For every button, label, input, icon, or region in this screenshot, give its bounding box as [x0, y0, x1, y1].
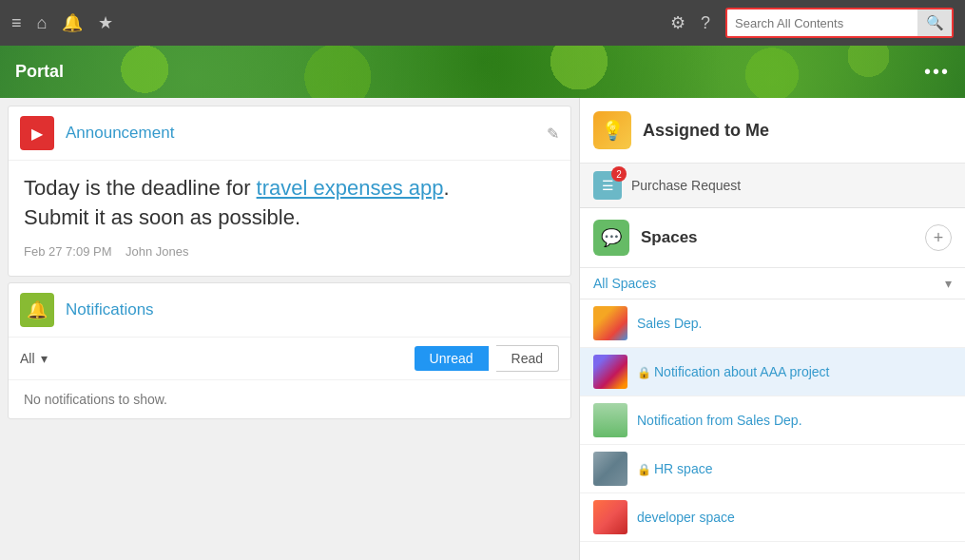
all-spaces-chevron-icon: ▾ — [945, 276, 952, 291]
lock-icon: 🔒 — [637, 463, 651, 476]
space-name: 🔒HR space — [637, 461, 712, 476]
space-item[interactable]: Notification from Sales Dep. — [580, 396, 965, 445]
space-item[interactable]: 🔒HR space — [580, 445, 965, 493]
announcement-icon — [20, 116, 54, 150]
portal-banner: Portal ••• — [0, 46, 965, 98]
announcement-date: Feb 27 7:09 PM — [24, 244, 112, 259]
bell-icon[interactable]: 🔔 — [62, 12, 83, 33]
space-item[interactable]: 🔒Notification about AAA project — [580, 348, 965, 396]
notifications-card: Notifications All ▾ Unread Read No notif… — [8, 282, 571, 419]
space-thumbnail — [593, 355, 627, 389]
space-thumbnail — [593, 403, 627, 437]
gear-icon[interactable]: ⚙ — [670, 12, 685, 33]
notifications-filter: All ▾ Unread Read — [9, 338, 570, 380]
purchase-icon-wrap: ☰ 2 — [593, 171, 622, 200]
star-icon[interactable]: ★ — [98, 12, 113, 33]
announcement-text: Today is the deadline for travel expense… — [24, 174, 555, 233]
home-icon[interactable]: ⌂ — [37, 13, 48, 33]
space-thumbnail — [593, 500, 627, 534]
left-panel: Announcement ✎ Today is the deadline for… — [0, 98, 580, 560]
announcement-body-prefix: Today is the deadline for — [24, 176, 257, 200]
space-thumbnail — [593, 452, 627, 486]
spaces-header: 💬 Spaces + — [580, 208, 965, 268]
announcement-body-suffix: Submit it as soon as possible. — [24, 205, 300, 229]
assigned-item-purchase[interactable]: ☰ 2 Purchase Request — [580, 163, 965, 207]
search-box: 🔍 — [725, 8, 954, 38]
portal-menu-dots[interactable]: ••• — [924, 61, 950, 83]
spaces-title: Spaces — [641, 228, 925, 247]
notifications-title: Notifications — [66, 300, 154, 319]
spaces-list: Sales Dep.🔒Notification about AAA projec… — [580, 299, 965, 542]
space-name: 🔒Notification about AAA project — [637, 364, 829, 379]
assigned-header: 💡 Assigned to Me — [580, 98, 965, 163]
assigned-section: 💡 Assigned to Me ☰ 2 Purchase Request — [580, 98, 965, 208]
right-panel: 💡 Assigned to Me ☰ 2 Purchase Request 💬 … — [580, 98, 965, 560]
read-button[interactable]: Read — [496, 345, 559, 372]
space-name: developer space — [637, 510, 735, 525]
unread-button[interactable]: Unread — [415, 346, 489, 371]
announcement-meta: Feb 27 7:09 PM John Jones — [24, 244, 555, 266]
announcement-link[interactable]: travel expenses app — [257, 176, 444, 200]
main-content: Announcement ✎ Today is the deadline for… — [0, 98, 965, 560]
filter-all-label: All — [20, 351, 35, 366]
announcement-title: Announcement — [66, 124, 547, 143]
topbar: ≡ ⌂ 🔔 ★ ⚙ ? 🔍 — [0, 0, 965, 46]
lock-icon: 🔒 — [637, 366, 651, 379]
notifications-header: Notifications — [9, 283, 570, 338]
bulb-icon: 💡 — [593, 111, 631, 149]
announcement-card: Announcement ✎ Today is the deadline for… — [8, 106, 571, 277]
notifications-icon — [20, 293, 54, 327]
space-name: Notification from Sales Dep. — [637, 413, 802, 428]
search-button[interactable]: 🔍 — [917, 10, 952, 36]
edit-icon[interactable]: ✎ — [547, 125, 559, 143]
all-spaces-label: All Spaces — [593, 276, 945, 291]
announcement-period: . — [444, 176, 450, 200]
portal-title: Portal — [15, 62, 64, 82]
filter-dropdown[interactable]: All ▾ — [20, 351, 48, 366]
notifications-empty: No notifications to show. — [9, 380, 570, 418]
purchase-label: Purchase Request — [631, 178, 741, 193]
hamburger-icon[interactable]: ≡ — [11, 13, 22, 33]
announcement-author: John Jones — [125, 244, 189, 259]
purchase-badge: 2 — [611, 166, 627, 182]
space-item[interactable]: developer space — [580, 493, 965, 542]
help-icon[interactable]: ? — [701, 13, 710, 33]
all-spaces-row[interactable]: All Spaces ▾ — [580, 268, 965, 299]
add-space-button[interactable]: + — [925, 224, 952, 251]
assigned-title: Assigned to Me — [643, 121, 769, 141]
spaces-section: 💬 Spaces + All Spaces ▾ Sales Dep.🔒Notif… — [580, 208, 965, 560]
space-thumbnail — [593, 306, 627, 340]
spaces-icon: 💬 — [593, 220, 629, 256]
announcement-body: Today is the deadline for travel expense… — [9, 161, 570, 276]
filter-chevron-icon: ▾ — [41, 351, 48, 366]
announcement-header: Announcement ✎ — [9, 106, 570, 161]
space-item[interactable]: Sales Dep. — [580, 299, 965, 348]
space-name: Sales Dep. — [637, 316, 702, 331]
search-input[interactable] — [727, 16, 917, 30]
